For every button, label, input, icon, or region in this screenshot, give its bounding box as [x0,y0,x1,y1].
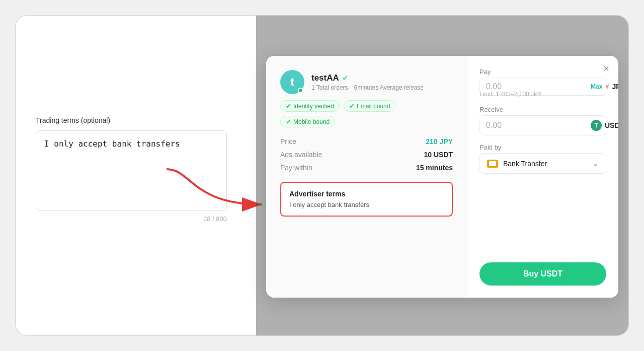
receive-currency-section: T USDT [591,120,618,131]
receive-input[interactable] [486,121,587,130]
paid-by-section: Paid by Bank Transfer ⌄ [479,144,606,174]
badge-check-icon: ✔ [286,102,291,110]
bank-icon-inner [489,161,496,166]
pay-within-row: Pay within 15 minutes [280,164,453,172]
advertiser-row: t testAA ✔ 1 Total orders 6minutes Avera… [280,70,453,94]
receive-label: Receive [479,106,606,113]
avatar-wrap: t [280,70,304,94]
left-panel: Trading terms (optional) I only accept b… [16,16,257,335]
ads-label: Ads available [280,151,322,159]
trading-terms-label: Trading terms (optional) [36,116,237,124]
char-count: 28 / 800 [36,215,227,223]
advertiser-terms-text: I only accept bank transfers [289,201,444,208]
trading-terms-textarea[interactable]: I only accept bank transfers [36,130,227,211]
payment-method-name: Bank Transfer [503,160,587,168]
advertiser-name-row: testAA ✔ [311,73,424,83]
online-indicator [298,88,303,93]
mobile-bound-badge: ✔ Mobile bound [280,116,335,127]
currency-separator: ¥ [605,83,609,91]
advertiser-name: testAA [311,73,339,83]
pay-input-actions: Max ¥ JPY [591,83,618,91]
advertiser-info: testAA ✔ 1 Total orders 6minutes Average… [311,73,424,91]
identity-verified-badge: ✔ Identity verified [280,100,340,112]
usdt-icon: T [591,120,602,131]
badge-check-icon: ✔ [286,118,291,125]
modal-left: t testAA ✔ 1 Total orders 6minutes Avera… [266,56,467,298]
modal-background: t testAA ✔ 1 Total orders 6minutes Avera… [256,16,628,335]
modal-right: × Pay Max ¥ JPY Limit: 1,400–2,100 JPY [467,56,618,298]
receive-currency-label: USDT [605,121,618,129]
pay-within-value: 15 minutes [416,164,453,172]
price-row: Price 210 JPY [280,137,453,146]
badges-row: ✔ Identity verified ✔ Email bound ✔ Mobi… [280,100,453,127]
pay-section: Pay Max ¥ JPY Limit: 1,400–2,100 JPY [479,68,606,98]
receive-section: Receive T USDT [479,106,606,135]
modal: t testAA ✔ 1 Total orders 6minutes Avera… [266,56,618,298]
info-table: Price 210 JPY Ads available 10 USDT Pay … [280,137,453,172]
pay-currency: JPY [612,83,618,91]
advertiser-terms-box: Advertiser terms I only accept bank tran… [280,182,453,217]
receive-input-group: T USDT [479,115,606,135]
pay-input[interactable] [486,82,587,91]
paid-by-label: Paid by [479,144,606,151]
ads-row: Ads available 10 USDT [280,151,453,159]
outer-frame: Trading terms (optional) I only accept b… [15,15,629,336]
limit-text: Limit: 1,400–2,100 JPY [479,91,606,98]
price-label: Price [280,137,296,146]
buy-button[interactable]: Buy USDT [479,262,606,286]
max-button[interactable]: Max [591,83,602,90]
ads-value: 10 USDT [424,151,453,159]
advertiser-stats: 1 Total orders 6minutes Average release [311,84,424,91]
close-button[interactable]: × [603,63,609,75]
pay-within-label: Pay within [280,164,312,172]
spacer [479,182,606,254]
verified-icon: ✔ [342,74,349,83]
payment-method-select[interactable]: Bank Transfer ⌄ [479,153,606,174]
badge-check-icon: ✔ [349,102,355,110]
advertiser-terms-title: Advertiser terms [289,190,444,198]
chevron-down-icon: ⌄ [592,159,599,168]
pay-label: Pay [479,68,606,76]
email-bound-badge: ✔ Email bound [344,100,396,112]
price-value: 210 JPY [426,137,453,146]
bank-transfer-icon [487,160,498,168]
